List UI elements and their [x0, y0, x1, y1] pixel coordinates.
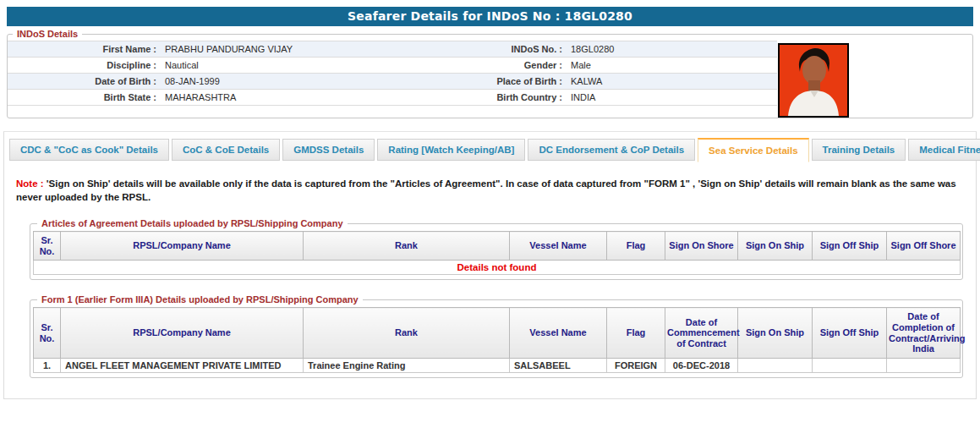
note-body: 'Sign on Ship' details will be available…	[16, 178, 956, 202]
neck-shape	[808, 80, 820, 92]
field-value: PRABHU PANDURANG VIJAY	[156, 41, 413, 57]
table-header-row: Sr. No.RPSL/Company NameRankVessel NameF…	[34, 308, 961, 359]
field-value: MAHARASHTRA	[156, 90, 413, 105]
field-value: 08-JAN-1999	[156, 74, 413, 89]
tab-cdc-coc-as-cook-details[interactable]: CDC & "CoC as Cook" Details	[9, 139, 169, 161]
column-header: Vessel Name	[510, 308, 607, 359]
column-header: Sign On Ship	[738, 308, 813, 359]
column-header: Sign On Shore	[665, 232, 738, 261]
field-label: Discipline :	[8, 58, 156, 73]
content-panel: CDC & "CoC as Cook" DetailsCoC & CoE Det…	[3, 131, 977, 399]
field-label: First Name :	[8, 41, 156, 57]
empty-message-row: Details not found	[34, 261, 961, 275]
indos-rows: First Name :PRABHU PANDURANG VIJAYINDoS …	[8, 41, 777, 106]
table-cell	[887, 358, 961, 372]
page-title: Seafarer Details for INDoS No : 18GL0280	[7, 7, 973, 26]
column-header: Date of Commencement of Contract	[665, 308, 738, 359]
indos-row: Birth State :MAHARASHTRABirth Country :I…	[8, 90, 777, 106]
column-header: Sign Off Ship	[813, 308, 887, 359]
empty-message: Details not found	[34, 261, 961, 275]
tab-training-details[interactable]: Training Details	[812, 139, 906, 161]
table-cell: Trainee Engine Rating	[304, 358, 510, 372]
note-label: Note :	[16, 178, 44, 189]
articles-of-agreement-legend: Articles of Agreement Details uploaded b…	[37, 218, 348, 228]
tab-sea-service-details[interactable]: Sea Service Details	[698, 138, 809, 162]
field-value: KALWA	[562, 74, 777, 89]
field-label: Date of Birth :	[8, 74, 156, 89]
column-header: Sr. No.	[34, 232, 61, 261]
tab-coc-coe-details[interactable]: CoC & CoE Details	[172, 139, 280, 161]
indos-row: First Name :PRABHU PANDURANG VIJAYINDoS …	[8, 41, 777, 58]
table-cell: FOREIGN	[607, 358, 665, 372]
indos-row: Discipline :NauticalGender :Male	[8, 58, 777, 74]
form1-legend: Form 1 (Earlier Form IIIA) Details uploa…	[37, 294, 363, 305]
field-label: Place of Birth :	[413, 74, 562, 89]
indos-details-section: INDoS Details First Name :PRABHU PANDURA…	[7, 29, 973, 118]
field-value: INDIA	[562, 90, 777, 105]
indos-details-legend: INDoS Details	[13, 29, 82, 39]
face-shape	[802, 56, 826, 85]
table-cell	[813, 358, 887, 372]
field-label: Gender :	[413, 58, 562, 73]
column-header: Date of Completion of Contract/Arriving …	[887, 308, 961, 359]
table-cell	[738, 358, 813, 372]
tab-medical-fitness-certificate[interactable]: Medical Fitness Certificate	[908, 139, 980, 161]
table-cell: SALSABEEL	[510, 358, 607, 372]
field-value: 18GL0280	[562, 41, 777, 57]
column-header: Sign On Ship	[738, 232, 813, 261]
seafarer-photo-image	[780, 45, 847, 116]
table-header-row: Sr. No.RPSL/Company NameRankVessel NameF…	[34, 232, 961, 261]
column-header: Rank	[304, 308, 510, 359]
articles-of-agreement-table: Sr. No.RPSL/Company NameRankVessel NameF…	[33, 231, 961, 275]
column-header: Vessel Name	[510, 232, 607, 261]
seafarer-photo	[778, 43, 849, 118]
table-cell: ANGEL FLEET MANAGEMENT PRIVATE LIMITED	[61, 358, 304, 372]
table-cell: 06-DEC-2018	[665, 358, 738, 372]
column-header: Sign Off Shore	[887, 232, 961, 261]
articles-of-agreement-section: Articles of Agreement Details uploaded b…	[30, 218, 963, 280]
column-header: Sr. No.	[34, 308, 61, 359]
field-label: Birth State :	[8, 90, 156, 105]
form1-table: Sr. No.RPSL/Company NameRankVessel NameF…	[33, 307, 961, 373]
indos-details-body: First Name :PRABHU PANDURANG VIJAYINDoS …	[8, 41, 972, 106]
column-header: Sign Off Ship	[813, 232, 887, 261]
column-header: RPSL/Company Name	[61, 308, 304, 359]
field-value: Nautical	[156, 58, 413, 73]
indos-row: Date of Birth :08-JAN-1999Place of Birth…	[8, 74, 777, 90]
column-header: Flag	[607, 308, 665, 359]
tab-dc-endorsement-cop-details[interactable]: DC Endorsement & CoP Details	[528, 139, 695, 161]
tab-rating-watch-keeping-ab[interactable]: Rating [Watch Keeping/AB]	[377, 139, 525, 161]
table-row: 1.ANGEL FLEET MANAGEMENT PRIVATE LIMITED…	[34, 358, 961, 372]
note-text: Note : 'Sign on Ship' details will be av…	[16, 178, 962, 204]
tab-gmdss-details[interactable]: GMDSS Details	[282, 139, 375, 161]
column-header: Flag	[607, 232, 665, 261]
field-label: INDoS No. :	[413, 41, 562, 57]
field-value: Male	[562, 58, 777, 73]
table-cell: 1.	[34, 358, 61, 372]
field-label: Birth Country :	[413, 90, 562, 105]
tab-bar: CDC & "CoC as Cook" DetailsCoC & CoE Det…	[4, 132, 976, 161]
column-header: Rank	[304, 232, 510, 261]
column-header: RPSL/Company Name	[61, 232, 304, 261]
form1-section: Form 1 (Earlier Form IIIA) Details uploa…	[30, 294, 963, 378]
